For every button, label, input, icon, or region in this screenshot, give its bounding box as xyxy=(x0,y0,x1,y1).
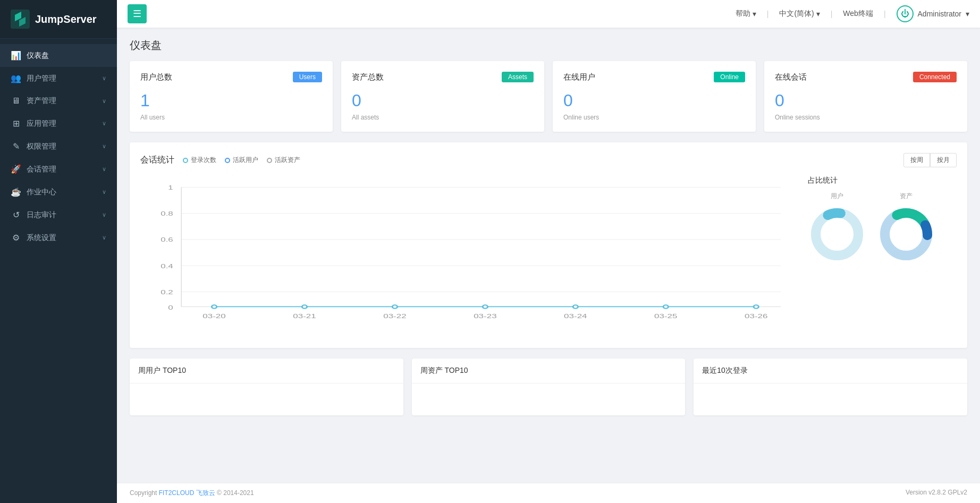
svg-point-25 xyxy=(392,305,397,308)
stat-title-online-users: 在线用户 xyxy=(563,72,595,82)
svg-text:03-23: 03-23 xyxy=(474,312,496,319)
nav-label-user-mgmt: 用户管理 xyxy=(27,74,56,83)
charts-section: 会话统计 登录次数 活跃用户 活跃资产 按周 按月 xyxy=(130,142,967,348)
period-week-button[interactable]: 按周 xyxy=(903,153,930,167)
svg-point-23 xyxy=(212,305,216,308)
stat-sublabel-assets: All assets xyxy=(352,114,534,121)
nav-label-session-mgmt: 会话管理 xyxy=(27,165,56,174)
sidebar-item-dashboard[interactable]: 📊 仪表盘 xyxy=(0,44,117,67)
header-right: 帮助 ▾ | 中文(简体) ▾ | Web终端 | ⏻ Administrato… xyxy=(736,5,969,22)
svg-text:03-24: 03-24 xyxy=(564,312,587,319)
legend-dot xyxy=(183,158,188,163)
stat-title-assets: 资产总数 xyxy=(352,72,384,82)
user-chevron-icon: ▾ xyxy=(966,10,969,18)
sidebar-item-job-center[interactable]: ☕ 作业中心 ∨ xyxy=(0,181,117,203)
svg-point-26 xyxy=(483,305,487,308)
legend-item: 登录次数 xyxy=(183,156,216,165)
logo-text: JumpServer xyxy=(35,13,97,25)
sidebar-item-app-mgmt[interactable]: ⊞ 应用管理 ∨ xyxy=(0,112,117,135)
language-selector[interactable]: 中文(简体) ▾ xyxy=(779,9,820,19)
donut-row: 用户 资产 xyxy=(808,192,957,263)
stat-value-online-sessions: 0 xyxy=(775,91,957,110)
svg-text:0: 0 xyxy=(168,304,173,311)
bottom-card-recent-logins: 最近10次登录 xyxy=(694,359,967,415)
nav-chevron-icon: ∨ xyxy=(102,75,106,82)
svg-text:0.4: 0.4 xyxy=(160,262,173,269)
nav-label-sys-settings: 系统设置 xyxy=(27,233,56,243)
bottom-card-header-weekly-assets: 周资产 TOP10 xyxy=(412,359,686,383)
svg-text:0.2: 0.2 xyxy=(160,288,173,295)
sidebar-nav: 📊 仪表盘 👥 用户管理 ∨ 🖥 资产管理 ∨ ⊞ 应用管理 ∨ ✎ 权限管理 … xyxy=(0,39,117,503)
sidebar-item-sys-settings[interactable]: ⚙ 系统设置 ∨ xyxy=(0,226,117,249)
nav-chevron-icon: ∨ xyxy=(102,143,106,150)
chart-legend: 登录次数 活跃用户 活跃资产 xyxy=(183,156,300,165)
stat-card-users: 用户总数 Users 1 All users xyxy=(130,61,333,132)
nav-label-audit-log: 日志审计 xyxy=(27,210,56,220)
stat-value-users: 1 xyxy=(140,91,322,110)
nav-label-perm-mgmt: 权限管理 xyxy=(27,142,56,151)
svg-point-28 xyxy=(663,305,668,308)
stat-value-online-users: 0 xyxy=(563,91,745,110)
help-link[interactable]: 帮助 ▾ xyxy=(736,9,756,19)
menu-toggle-button[interactable]: ☰ xyxy=(128,4,147,23)
footer-version: Version v2.8.2 GPLv2 xyxy=(906,489,967,498)
stat-title-online-sessions: 在线会话 xyxy=(775,72,807,82)
stat-badge-users: Users xyxy=(293,72,322,82)
svg-text:03-25: 03-25 xyxy=(654,312,677,319)
nav-label-dashboard: 仪表盘 xyxy=(27,51,49,61)
header-left: ☰ xyxy=(128,4,147,23)
line-chart-container: 1 0.8 0.6 0.4 0.2 0 03-20 03-21 03-22 03… xyxy=(140,176,797,337)
nav-icon-asset-mgmt: 🖥 xyxy=(11,96,21,106)
donut-assets: 资产 xyxy=(877,192,935,263)
legend-item: 活跃用户 xyxy=(225,156,258,165)
nav-icon-dashboard: 📊 xyxy=(11,50,21,61)
bottom-grid: 周用户 TOP10 周资产 TOP10 最近10次登录 xyxy=(130,359,967,415)
sidebar-item-asset-mgmt[interactable]: 🖥 资产管理 ∨ xyxy=(0,90,117,112)
sidebar-item-session-mgmt[interactable]: 🚀 会话管理 ∨ xyxy=(0,158,117,181)
bottom-card-weekly-assets: 周资产 TOP10 xyxy=(412,359,686,415)
sidebar-item-audit-log[interactable]: ↺ 日志审计 ∨ xyxy=(0,203,117,226)
donut-assets-label: 资产 xyxy=(900,192,913,201)
bottom-card-header-weekly-users: 周用户 TOP10 xyxy=(130,359,403,383)
sidebar: JumpServer 📊 仪表盘 👥 用户管理 ∨ 🖥 资产管理 ∨ ⊞ 应用管… xyxy=(0,0,117,503)
legend-dot xyxy=(225,158,230,163)
nav-icon-job-center: ☕ xyxy=(11,187,21,197)
nav-label-asset-mgmt: 资产管理 xyxy=(27,96,56,106)
stat-badge-online-sessions: Connected xyxy=(913,72,957,82)
svg-text:03-20: 03-20 xyxy=(202,312,225,319)
content-area: 仪表盘 用户总数 Users 1 All users 资产总数 Assets 0… xyxy=(117,28,980,483)
svg-text:03-26: 03-26 xyxy=(745,312,767,319)
donut-assets-chart xyxy=(877,205,935,263)
stat-card-online-sessions: 在线会话 Connected 0 Online sessions xyxy=(764,61,967,132)
chevron-down-icon: ▾ xyxy=(753,10,756,18)
nav-chevron-icon: ∨ xyxy=(102,189,106,195)
web-terminal-link[interactable]: Web终端 xyxy=(843,9,873,19)
main-area: ☰ 帮助 ▾ | 中文(简体) ▾ | Web终端 | ⏻ Administra… xyxy=(117,0,980,503)
donut-users-label: 用户 xyxy=(831,192,843,201)
stat-card-assets: 资产总数 Assets 0 All assets xyxy=(341,61,544,132)
legend-label: 活跃资产 xyxy=(275,156,300,165)
sidebar-item-user-mgmt[interactable]: 👥 用户管理 ∨ xyxy=(0,67,117,90)
charts-section-title: 会话统计 xyxy=(140,155,174,166)
legend-label: 活跃用户 xyxy=(233,156,258,165)
sidebar-item-perm-mgmt[interactable]: ✎ 权限管理 ∨ xyxy=(0,135,117,158)
period-month-button[interactable]: 按月 xyxy=(930,153,957,167)
user-menu[interactable]: ⏻ Administrator ▾ xyxy=(897,5,969,22)
user-name: Administrator xyxy=(918,10,961,18)
nav-icon-audit-log: ↺ xyxy=(11,210,21,220)
svg-point-29 xyxy=(754,305,758,308)
svg-text:0.8: 0.8 xyxy=(160,210,173,217)
svg-point-24 xyxy=(302,305,307,308)
legend-dot xyxy=(267,158,272,163)
header: ☰ 帮助 ▾ | 中文(简体) ▾ | Web终端 | ⏻ Administra… xyxy=(117,0,980,28)
svg-text:03-22: 03-22 xyxy=(383,312,406,319)
chevron-down-icon: ▾ xyxy=(816,10,820,18)
logo-area: JumpServer xyxy=(0,0,117,39)
stat-sublabel-users: All users xyxy=(140,114,322,121)
nav-chevron-icon: ∨ xyxy=(102,211,106,218)
nav-chevron-icon: ∨ xyxy=(102,234,106,241)
nav-icon-app-mgmt: ⊞ xyxy=(11,118,21,129)
donut-users: 用户 xyxy=(808,192,866,263)
footer-copyright: Copyright FIT2CLOUD 飞致云 © 2014-2021 xyxy=(130,489,254,498)
line-chart: 1 0.8 0.6 0.4 0.2 0 03-20 03-21 03-22 03… xyxy=(140,176,797,335)
